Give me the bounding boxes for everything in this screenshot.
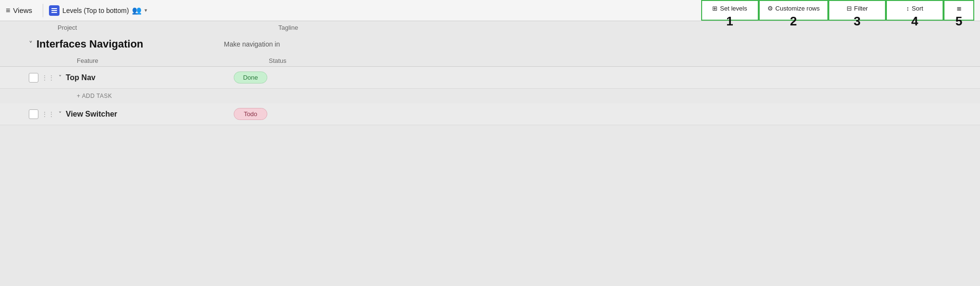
add-task-row[interactable]: + ADD TASK (0, 89, 980, 103)
filter-icon: ⊟ (847, 5, 852, 12)
task-expand-icon[interactable]: ˅ (59, 110, 62, 118)
add-task-label: + ADD TASK (77, 93, 112, 99)
sub-column-headers: Feature Status (0, 55, 980, 67)
people-icon: 👥 (132, 6, 142, 15)
status-badge: Todo (234, 108, 267, 120)
sort-btn-top: ↕ Sort (906, 5, 923, 12)
btn2-number: 2 (790, 15, 797, 27)
toolbar-actions: ⊞ Set levels 1 ⚙ Customize rows 2 ⊟ Filt… (701, 0, 974, 21)
main-content: Project Tagline ˅ Interfaces Navigation … (0, 21, 980, 125)
group-header: ˅ Interfaces Navigation Make navigation … (0, 33, 980, 55)
column-headers: Project Tagline (0, 21, 980, 33)
more-options-button[interactable]: ≣ 5 (944, 0, 974, 21)
table-row: ⋮⋮ ˅ Top Nav Done (0, 67, 980, 89)
gear-icon: ⚙ (767, 5, 773, 12)
btn1-number: 1 (726, 15, 733, 27)
status-col-header: Status (269, 57, 365, 64)
table-row: ⋮⋮ ˅ View Switcher Todo (0, 103, 980, 125)
customize-rows-btn-top: ⚙ Customize rows (767, 5, 820, 12)
tagline-col-header: Tagline (278, 24, 422, 31)
sort-label: Sort (912, 5, 923, 12)
feature-col-header: Feature (77, 57, 269, 64)
task-checkbox[interactable] (29, 109, 38, 119)
customize-rows-button[interactable]: ⚙ Customize rows 2 (759, 0, 828, 21)
task-name: View Switcher (66, 110, 234, 119)
set-levels-label: Set levels (720, 5, 747, 12)
toolbar-divider (43, 4, 43, 17)
sort-icon: ↕ (906, 5, 909, 12)
views-label: Views (13, 6, 32, 14)
drag-handle-icon[interactable]: ⋮⋮ (41, 110, 55, 118)
btn3-number: 3 (854, 15, 860, 27)
task-expand-icon[interactable]: ˅ (59, 74, 62, 81)
drag-handle-icon[interactable]: ⋮⋮ (41, 74, 55, 82)
view-name-label: Levels (Top to bottom) (62, 7, 129, 14)
group-tagline: Make navigation in (224, 40, 280, 48)
toolbar: ≡ Views Levels (Top to bottom) 👥 ▾ ⊞ Set… (0, 0, 980, 21)
task-checkbox[interactable] (29, 73, 38, 83)
filter-label: Filter (854, 5, 868, 12)
svg-rect-0 (51, 8, 57, 9)
sort-button[interactable]: ↕ Sort 4 (886, 0, 944, 21)
filter-button[interactable]: ⊟ Filter 3 (828, 0, 886, 21)
project-col-header: Project (58, 24, 278, 31)
chevron-down-icon[interactable]: ▾ (144, 7, 147, 13)
view-type-icon (49, 5, 60, 16)
group-title: Interfaces Navigation (36, 38, 143, 50)
set-levels-icon: ⊞ (712, 5, 717, 12)
filter-btn-top: ⊟ Filter (847, 5, 868, 12)
group-chevron-icon[interactable]: ˅ (29, 40, 33, 49)
btn4-number: 4 (911, 15, 918, 27)
task-name: Top Nav (66, 73, 234, 82)
svg-rect-1 (51, 10, 57, 11)
btn5-number: 5 (956, 15, 962, 27)
hamburger-icon: ≡ (6, 6, 10, 15)
more-options-btn-top: ≣ (956, 5, 962, 12)
set-levels-btn-top: ⊞ Set levels (712, 5, 747, 12)
views-menu[interactable]: ≡ Views (6, 6, 37, 15)
view-name-group: Levels (Top to bottom) 👥 ▾ (49, 5, 147, 16)
customize-rows-label: Customize rows (776, 5, 820, 12)
set-levels-button[interactable]: ⊞ Set levels 1 (701, 0, 759, 21)
status-badge: Done (234, 72, 267, 83)
svg-rect-2 (51, 12, 57, 13)
lines-icon: ≣ (956, 5, 962, 12)
